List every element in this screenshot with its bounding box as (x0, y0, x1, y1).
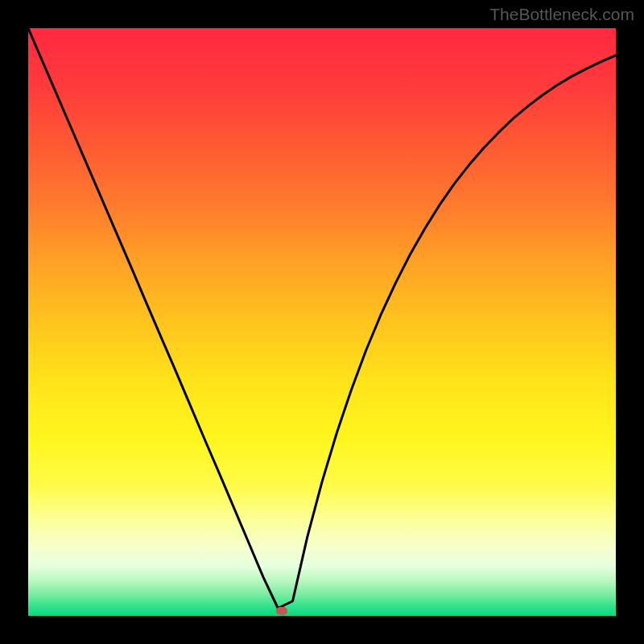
chart-container: TheBottleneck.com (0, 0, 644, 644)
plot-area (28, 28, 616, 616)
watermark-label: TheBottleneck.com (489, 5, 634, 24)
optimal-point-marker (276, 607, 287, 615)
curve-overlay (28, 28, 616, 616)
bottleneck-curve (28, 28, 616, 609)
